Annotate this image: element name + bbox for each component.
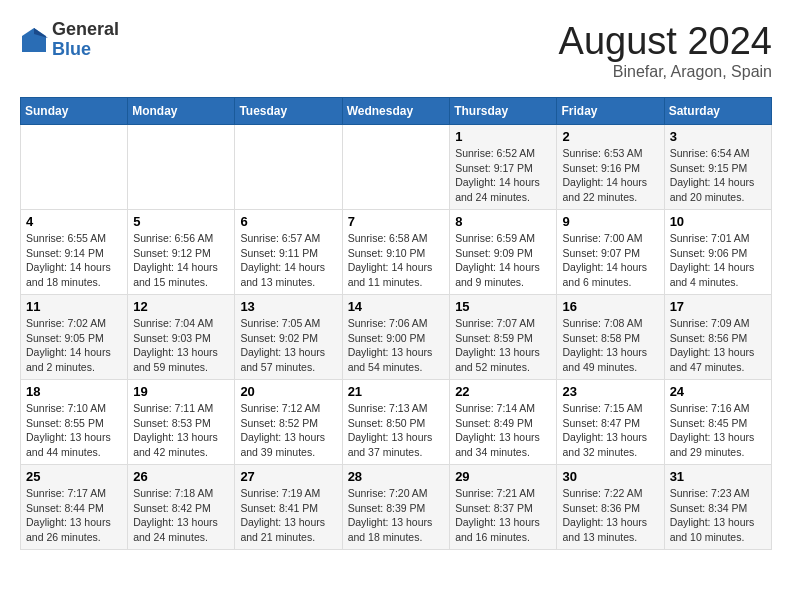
day-detail: Sunrise: 6:59 AM Sunset: 9:09 PM Dayligh… xyxy=(455,231,551,290)
title-block: August 2024 Binefar, Aragon, Spain xyxy=(559,20,772,81)
day-detail: Sunrise: 7:15 AM Sunset: 8:47 PM Dayligh… xyxy=(562,401,658,460)
calendar-cell xyxy=(235,125,342,210)
day-detail: Sunrise: 7:10 AM Sunset: 8:55 PM Dayligh… xyxy=(26,401,122,460)
day-number: 3 xyxy=(670,129,766,144)
calendar-cell: 11Sunrise: 7:02 AM Sunset: 9:05 PM Dayli… xyxy=(21,295,128,380)
day-number: 15 xyxy=(455,299,551,314)
day-number: 11 xyxy=(26,299,122,314)
day-detail: Sunrise: 7:21 AM Sunset: 8:37 PM Dayligh… xyxy=(455,486,551,545)
calendar-cell: 12Sunrise: 7:04 AM Sunset: 9:03 PM Dayli… xyxy=(128,295,235,380)
day-detail: Sunrise: 7:06 AM Sunset: 9:00 PM Dayligh… xyxy=(348,316,445,375)
header-day: Thursday xyxy=(450,98,557,125)
calendar-cell: 10Sunrise: 7:01 AM Sunset: 9:06 PM Dayli… xyxy=(664,210,771,295)
calendar-cell: 24Sunrise: 7:16 AM Sunset: 8:45 PM Dayli… xyxy=(664,380,771,465)
logo-general-text: General xyxy=(52,20,119,40)
day-number: 26 xyxy=(133,469,229,484)
page-header: General Blue August 2024 Binefar, Aragon… xyxy=(20,20,772,81)
header-day: Sunday xyxy=(21,98,128,125)
day-detail: Sunrise: 7:11 AM Sunset: 8:53 PM Dayligh… xyxy=(133,401,229,460)
header-day: Friday xyxy=(557,98,664,125)
logo: General Blue xyxy=(20,20,119,60)
day-number: 9 xyxy=(562,214,658,229)
calendar-cell: 22Sunrise: 7:14 AM Sunset: 8:49 PM Dayli… xyxy=(450,380,557,465)
day-detail: Sunrise: 7:23 AM Sunset: 8:34 PM Dayligh… xyxy=(670,486,766,545)
calendar-cell: 5Sunrise: 6:56 AM Sunset: 9:12 PM Daylig… xyxy=(128,210,235,295)
calendar-cell: 31Sunrise: 7:23 AM Sunset: 8:34 PM Dayli… xyxy=(664,465,771,550)
calendar-cell: 17Sunrise: 7:09 AM Sunset: 8:56 PM Dayli… xyxy=(664,295,771,380)
calendar-cell: 16Sunrise: 7:08 AM Sunset: 8:58 PM Dayli… xyxy=(557,295,664,380)
calendar-week-row: 25Sunrise: 7:17 AM Sunset: 8:44 PM Dayli… xyxy=(21,465,772,550)
day-number: 22 xyxy=(455,384,551,399)
day-detail: Sunrise: 7:12 AM Sunset: 8:52 PM Dayligh… xyxy=(240,401,336,460)
calendar-cell: 1Sunrise: 6:52 AM Sunset: 9:17 PM Daylig… xyxy=(450,125,557,210)
calendar-cell: 2Sunrise: 6:53 AM Sunset: 9:16 PM Daylig… xyxy=(557,125,664,210)
day-detail: Sunrise: 7:16 AM Sunset: 8:45 PM Dayligh… xyxy=(670,401,766,460)
logo-text: General Blue xyxy=(52,20,119,60)
day-number: 19 xyxy=(133,384,229,399)
calendar-cell: 18Sunrise: 7:10 AM Sunset: 8:55 PM Dayli… xyxy=(21,380,128,465)
calendar-week-row: 4Sunrise: 6:55 AM Sunset: 9:14 PM Daylig… xyxy=(21,210,772,295)
day-number: 24 xyxy=(670,384,766,399)
day-detail: Sunrise: 7:19 AM Sunset: 8:41 PM Dayligh… xyxy=(240,486,336,545)
day-detail: Sunrise: 7:20 AM Sunset: 8:39 PM Dayligh… xyxy=(348,486,445,545)
day-detail: Sunrise: 7:22 AM Sunset: 8:36 PM Dayligh… xyxy=(562,486,658,545)
calendar-cell: 6Sunrise: 6:57 AM Sunset: 9:11 PM Daylig… xyxy=(235,210,342,295)
day-number: 17 xyxy=(670,299,766,314)
calendar-cell: 30Sunrise: 7:22 AM Sunset: 8:36 PM Dayli… xyxy=(557,465,664,550)
calendar-cell: 7Sunrise: 6:58 AM Sunset: 9:10 PM Daylig… xyxy=(342,210,450,295)
day-detail: Sunrise: 6:56 AM Sunset: 9:12 PM Dayligh… xyxy=(133,231,229,290)
logo-icon xyxy=(20,26,48,54)
day-number: 29 xyxy=(455,469,551,484)
day-number: 6 xyxy=(240,214,336,229)
calendar-cell: 19Sunrise: 7:11 AM Sunset: 8:53 PM Dayli… xyxy=(128,380,235,465)
header-row: SundayMondayTuesdayWednesdayThursdayFrid… xyxy=(21,98,772,125)
day-number: 16 xyxy=(562,299,658,314)
day-number: 23 xyxy=(562,384,658,399)
calendar-cell: 26Sunrise: 7:18 AM Sunset: 8:42 PM Dayli… xyxy=(128,465,235,550)
day-detail: Sunrise: 7:01 AM Sunset: 9:06 PM Dayligh… xyxy=(670,231,766,290)
day-number: 1 xyxy=(455,129,551,144)
day-number: 28 xyxy=(348,469,445,484)
day-detail: Sunrise: 6:58 AM Sunset: 9:10 PM Dayligh… xyxy=(348,231,445,290)
day-detail: Sunrise: 6:57 AM Sunset: 9:11 PM Dayligh… xyxy=(240,231,336,290)
day-detail: Sunrise: 7:17 AM Sunset: 8:44 PM Dayligh… xyxy=(26,486,122,545)
calendar-cell: 14Sunrise: 7:06 AM Sunset: 9:00 PM Dayli… xyxy=(342,295,450,380)
calendar-cell: 25Sunrise: 7:17 AM Sunset: 8:44 PM Dayli… xyxy=(21,465,128,550)
header-day: Tuesday xyxy=(235,98,342,125)
day-number: 25 xyxy=(26,469,122,484)
day-detail: Sunrise: 7:07 AM Sunset: 8:59 PM Dayligh… xyxy=(455,316,551,375)
calendar-week-row: 1Sunrise: 6:52 AM Sunset: 9:17 PM Daylig… xyxy=(21,125,772,210)
day-number: 12 xyxy=(133,299,229,314)
day-number: 21 xyxy=(348,384,445,399)
day-number: 5 xyxy=(133,214,229,229)
logo-blue-text: Blue xyxy=(52,40,119,60)
day-number: 18 xyxy=(26,384,122,399)
day-detail: Sunrise: 6:55 AM Sunset: 9:14 PM Dayligh… xyxy=(26,231,122,290)
calendar-cell: 23Sunrise: 7:15 AM Sunset: 8:47 PM Dayli… xyxy=(557,380,664,465)
day-number: 20 xyxy=(240,384,336,399)
day-number: 7 xyxy=(348,214,445,229)
day-detail: Sunrise: 7:05 AM Sunset: 9:02 PM Dayligh… xyxy=(240,316,336,375)
calendar-cell: 9Sunrise: 7:00 AM Sunset: 9:07 PM Daylig… xyxy=(557,210,664,295)
day-number: 2 xyxy=(562,129,658,144)
calendar-cell: 27Sunrise: 7:19 AM Sunset: 8:41 PM Dayli… xyxy=(235,465,342,550)
calendar-cell xyxy=(342,125,450,210)
calendar-body: 1Sunrise: 6:52 AM Sunset: 9:17 PM Daylig… xyxy=(21,125,772,550)
day-detail: Sunrise: 7:00 AM Sunset: 9:07 PM Dayligh… xyxy=(562,231,658,290)
day-detail: Sunrise: 6:54 AM Sunset: 9:15 PM Dayligh… xyxy=(670,146,766,205)
day-number: 13 xyxy=(240,299,336,314)
day-number: 14 xyxy=(348,299,445,314)
header-day: Wednesday xyxy=(342,98,450,125)
calendar-cell: 15Sunrise: 7:07 AM Sunset: 8:59 PM Dayli… xyxy=(450,295,557,380)
location: Binefar, Aragon, Spain xyxy=(559,63,772,81)
day-number: 8 xyxy=(455,214,551,229)
day-detail: Sunrise: 6:53 AM Sunset: 9:16 PM Dayligh… xyxy=(562,146,658,205)
day-number: 4 xyxy=(26,214,122,229)
calendar-cell: 4Sunrise: 6:55 AM Sunset: 9:14 PM Daylig… xyxy=(21,210,128,295)
day-number: 27 xyxy=(240,469,336,484)
calendar-table: SundayMondayTuesdayWednesdayThursdayFrid… xyxy=(20,97,772,550)
day-detail: Sunrise: 7:08 AM Sunset: 8:58 PM Dayligh… xyxy=(562,316,658,375)
calendar-cell: 29Sunrise: 7:21 AM Sunset: 8:37 PM Dayli… xyxy=(450,465,557,550)
calendar-cell xyxy=(128,125,235,210)
day-detail: Sunrise: 7:09 AM Sunset: 8:56 PM Dayligh… xyxy=(670,316,766,375)
